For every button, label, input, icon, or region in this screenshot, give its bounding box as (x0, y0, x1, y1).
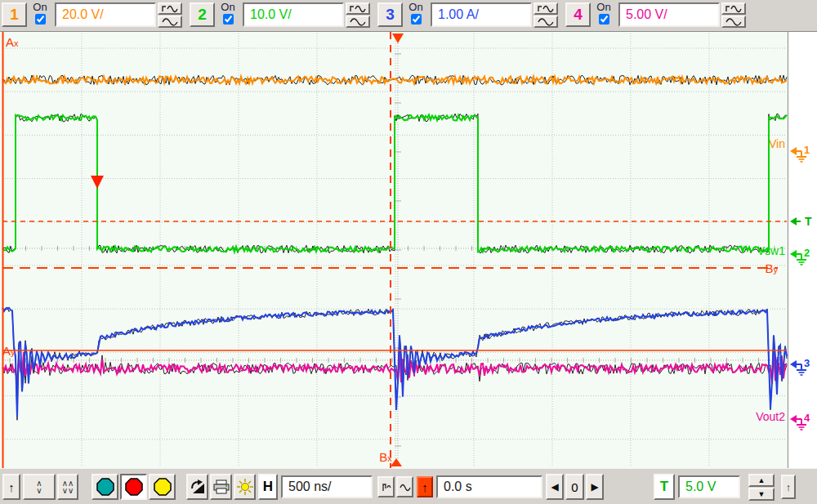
channel-4-button[interactable]: 4 (565, 2, 591, 27)
channel-4-scale-field[interactable]: 5.00 V/ (618, 2, 720, 27)
channel-3-scale-field[interactable]: 1.00 A/ (431, 2, 532, 27)
channel-1-button[interactable]: 1 (2, 2, 27, 27)
trigger-level-field[interactable]: 5.0 V (678, 475, 740, 498)
channel-2-pulse-waveform-button[interactable] (346, 2, 370, 15)
oscilloscope-window: 1 On 20.0 V/ 2 On 10.0 V/ 3 On 1.00 A/ (0, 0, 817, 504)
sine-wave-icon (348, 17, 368, 26)
channel-4-on-label: On (593, 1, 614, 13)
sine-wave-icon (160, 17, 180, 26)
trigger-button[interactable]: T (654, 474, 675, 500)
scope-display[interactable]: AxAyByBxVinVsw1ILVout21234T (0, 31, 817, 468)
trigger-level-up-button[interactable]: ▲ (748, 474, 775, 487)
print-button[interactable] (210, 474, 232, 500)
pan-up-button[interactable]: ↑ (2, 474, 20, 500)
sun-icon (237, 479, 253, 495)
bottom-toolbar: ↑ ∧∨ ∧∧ ∨∨ (0, 468, 817, 504)
channel-1-on-group: On (29, 1, 51, 28)
horizontal-button[interactable]: H (258, 474, 278, 500)
channel-3-sine-waveform-button[interactable] (534, 16, 558, 28)
svg-text:T: T (805, 215, 812, 228)
channel-3-on-label: On (405, 1, 426, 13)
channel-1-on-checkbox[interactable] (35, 14, 46, 25)
channel-3-on-checkbox[interactable] (411, 14, 422, 25)
zero-position-button[interactable]: 0 (565, 474, 584, 500)
small-sine-icon (399, 483, 411, 492)
channel-1-pulse-waveform-button[interactable] (158, 2, 182, 15)
channel-1-scale-field[interactable]: 20.0 V/ (55, 2, 156, 27)
rising-edge-icon: ↑ (422, 481, 428, 493)
export-button[interactable] (186, 474, 208, 500)
pulse-wave-icon (348, 4, 368, 13)
pulse-wave-icon (724, 4, 743, 13)
channel-1-on-label: On (29, 1, 51, 13)
pulse-wave-icon (536, 4, 556, 13)
glitch-capture-button[interactable] (377, 476, 395, 497)
channel-4-on-group: On (593, 1, 614, 28)
small-pulse-icon (381, 482, 392, 493)
pan-right-button[interactable]: ▶ (586, 474, 604, 500)
sine-wave-icon (536, 17, 556, 26)
channel-2-on-group: On (217, 1, 239, 28)
position-coarse-stepper[interactable]: ∧∨ (23, 474, 56, 500)
red-octagon-icon (125, 478, 143, 496)
trigger-position-field[interactable]: 0.0 s (436, 475, 542, 498)
channel-2-on-label: On (217, 1, 239, 13)
run-button[interactable] (92, 474, 118, 500)
printer-icon (213, 479, 230, 494)
trigger-edge-button[interactable]: ↑ (781, 475, 796, 499)
svg-text:4: 4 (804, 412, 810, 424)
channel-2-scale-field[interactable]: 10.0 V/ (243, 2, 344, 27)
channel-3-button[interactable]: 3 (377, 2, 403, 27)
channel-4-on-checkbox[interactable] (599, 14, 609, 25)
channel-2-button[interactable]: 2 (190, 2, 215, 27)
display-brightness-button[interactable] (234, 474, 256, 500)
sine-wave-icon (724, 17, 743, 26)
yellow-octagon-icon (154, 478, 172, 496)
single-button[interactable] (149, 474, 176, 500)
channel-4-sine-waveform-button[interactable] (721, 16, 746, 28)
channel-2-sine-waveform-button[interactable] (346, 16, 370, 28)
pulse-wave-icon (160, 4, 180, 13)
svg-text:1: 1 (804, 144, 810, 156)
teal-octagon-icon (96, 478, 114, 496)
channel-1-sine-waveform-button[interactable] (158, 16, 182, 28)
vout2-label: Vout2 (756, 410, 785, 423)
trigger-slope-button[interactable]: ↑ (417, 476, 433, 497)
waveform-plot[interactable]: AxAyByBxVinVsw1ILVout21234T (0, 32, 817, 469)
pan-left-button[interactable]: ◀ (546, 474, 564, 500)
vin-label: Vin (769, 137, 785, 150)
channel-3-pulse-waveform-button[interactable] (534, 2, 558, 15)
channel-4-pulse-waveform-button[interactable] (721, 2, 746, 15)
il-label: IL (775, 355, 785, 368)
curved-arrow-icon (190, 479, 206, 495)
svg-text:2: 2 (804, 247, 810, 259)
channel-3-on-group: On (405, 1, 426, 28)
svg-text:3: 3 (804, 357, 810, 369)
sine-capture-button[interactable] (396, 476, 413, 497)
channel-bar: 1 On 20.0 V/ 2 On 10.0 V/ 3 On 1.00 A/ (0, 0, 817, 31)
position-fine-stepper[interactable]: ∧∧ ∨∨ (57, 474, 78, 500)
channel-2-on-checkbox[interactable] (223, 14, 234, 25)
timebase-field[interactable]: 500 ns/ (281, 475, 373, 498)
stop-button[interactable] (120, 474, 147, 500)
trigger-level-down-button[interactable]: ▼ (748, 488, 775, 501)
vsw1-label: Vsw1 (757, 244, 785, 257)
marker-strip (788, 32, 817, 469)
